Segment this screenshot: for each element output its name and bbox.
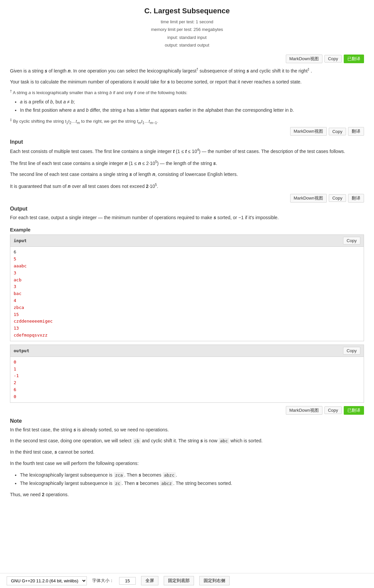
markdown-btn-2[interactable]: MarkDown视图 <box>290 127 327 136</box>
output-line-6: 0 <box>14 393 360 400</box>
input-title: Input <box>10 139 364 145</box>
output-line-1: 0 <box>14 359 360 366</box>
copy-output-btn[interactable]: Copy <box>343 347 360 355</box>
output-line-2: 1 <box>14 366 360 373</box>
note-text: In the first test case, the string s is … <box>10 426 364 468</box>
toolbar-1: MarkDown视图 Copy 已翻译 <box>10 55 364 63</box>
problem-intro: Given is a string s of length n. In one … <box>10 67 364 86</box>
translated-btn-4[interactable]: 已翻译 <box>344 406 364 415</box>
footnote-2: ‡ By cyclic shifting the string t1t2…tm … <box>10 118 364 125</box>
translate-btn-2[interactable]: 翻译 <box>348 127 364 136</box>
input-line-11: czddeneeeemigec <box>14 318 360 325</box>
input-code-header: input Copy <box>10 234 364 246</box>
meta-info: time limit per test: 1 second memory lim… <box>10 18 364 49</box>
input-line-2: 5 <box>14 256 360 263</box>
translate-btn-3[interactable]: 翻译 <box>348 194 364 203</box>
input-line-8: 4 <box>14 297 360 304</box>
input-line-9: zbca <box>14 304 360 311</box>
footnote-1-list: a is a prefix of b, but a ≠ b; In the fi… <box>20 98 364 114</box>
output-code-body: 0 1 -1 2 6 0 <box>10 357 364 403</box>
input-text: Each test consists of multiple test case… <box>10 147 364 190</box>
toolbar-4: MarkDown视图 Copy 已翻译 <box>10 406 364 415</box>
input-line-3: aaabc <box>14 263 360 270</box>
copy-btn-4[interactable]: Copy <box>324 406 342 414</box>
output-title: Output <box>10 206 364 212</box>
markdown-btn-1[interactable]: MarkDown视图 <box>286 55 322 63</box>
toolbar-3: MarkDown视图 Copy 翻译 <box>10 194 364 203</box>
copy-input-btn[interactable]: Copy <box>343 237 360 244</box>
input-line-12: 13 <box>14 325 360 332</box>
input-line-6: 3 <box>14 283 360 290</box>
page-title: C. Largest Subsequence <box>10 7 364 15</box>
output-line-5: 6 <box>14 386 360 393</box>
note-title: Note <box>10 418 364 424</box>
copy-btn-2[interactable]: Copy <box>329 128 346 135</box>
translated-btn-1[interactable]: 已翻译 <box>344 55 364 63</box>
input-label: input <box>14 238 27 243</box>
output-label: output <box>14 348 29 353</box>
input-line-1: 6 <box>14 249 360 256</box>
input-line-4: 3 <box>14 270 360 277</box>
markdown-btn-4[interactable]: MarkDown视图 <box>286 406 322 415</box>
input-line-13: cdefmopqsvxzz <box>14 332 360 339</box>
markdown-btn-3[interactable]: MarkDown视图 <box>290 194 327 203</box>
output-line-3: -1 <box>14 372 360 379</box>
note-conclusion: Thus, we need 2 operations. <box>10 491 364 499</box>
example-title: Example <box>10 227 364 232</box>
output-code-header: output Copy <box>10 345 364 357</box>
input-line-10: 15 <box>14 311 360 318</box>
output-text: For each test case, output a single inte… <box>10 214 364 222</box>
output-line-4: 2 <box>14 379 360 386</box>
footnote-1: † A string a is lexicographically smalle… <box>10 89 364 95</box>
input-line-7: bac <box>14 290 360 297</box>
input-line-5: acb <box>14 277 360 284</box>
note-section: Note In the first test case, the string … <box>10 418 364 499</box>
note-bullets: The lexicographically largest subsequenc… <box>20 471 364 488</box>
copy-btn-3[interactable]: Copy <box>329 194 346 202</box>
toolbar-2: MarkDown视图 Copy 翻译 <box>10 127 364 136</box>
copy-btn-1[interactable]: Copy <box>324 55 342 63</box>
input-code-body: 6 5 aaabc 3 acb 3 bac 4 zbca 15 czddenee… <box>10 246 364 341</box>
